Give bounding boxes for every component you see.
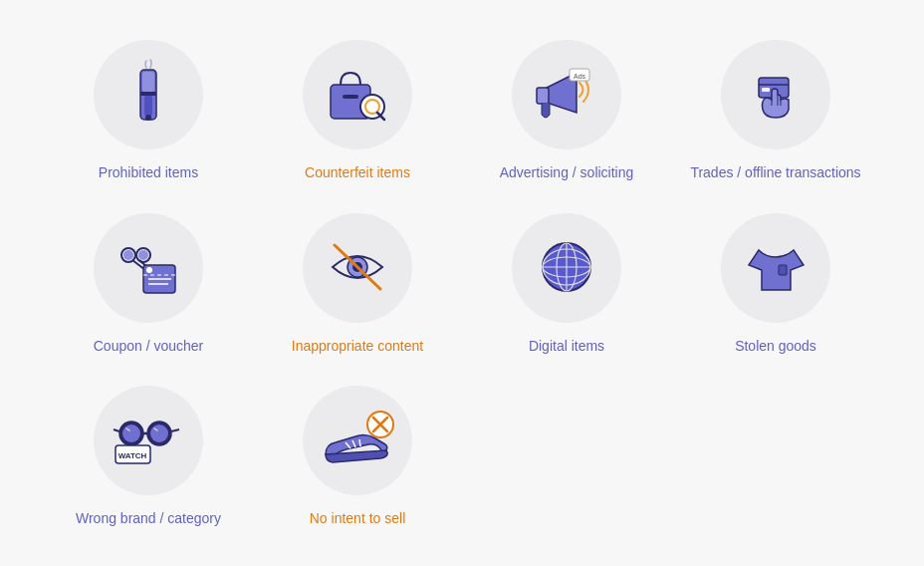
shoe-x-icon [321, 407, 395, 474]
svg-point-41 [122, 424, 140, 442]
svg-rect-1 [142, 72, 154, 92]
card-wrong-brand[interactable]: WATCH Wrong brand / category [54, 386, 243, 529]
tshirt-icon [744, 235, 808, 300]
svg-line-45 [114, 429, 119, 431]
card-label-coupon: Coupon / voucher [94, 337, 204, 357]
icon-circle-prohibited [94, 40, 203, 149]
megaphone-icon: Ads [532, 63, 601, 128]
card-no-intent[interactable]: No intent to sell [263, 386, 452, 529]
icon-circle-advertising: Ads [512, 40, 621, 149]
card-label-no-intent: No intent to sell [310, 509, 406, 529]
card-advertising[interactable]: Ads Advertising / soliciting [472, 40, 661, 183]
svg-rect-39 [779, 265, 787, 275]
icon-circle-no-intent [303, 386, 412, 495]
svg-rect-6 [343, 95, 358, 99]
hand-card-icon [741, 60, 810, 130]
card-label-prohibited: Prohibited items [99, 163, 198, 183]
icon-circle-digital [512, 213, 621, 323]
card-label-digital: Digital items [529, 337, 604, 357]
card-coupon[interactable]: Coupon / voucher [54, 213, 243, 357]
svg-line-46 [171, 429, 179, 431]
svg-line-32 [335, 245, 380, 289]
icon-circle-wrong-brand: WATCH [94, 386, 203, 495]
svg-point-29 [138, 250, 148, 260]
svg-point-28 [123, 250, 133, 260]
card-label-stolen: Stolen goods [735, 337, 816, 357]
svg-point-43 [150, 424, 168, 442]
eye-slash-icon [323, 235, 392, 300]
card-inappropriate[interactable]: Inappropriate content [263, 213, 452, 357]
scissors-coupon-icon [114, 235, 183, 300]
svg-point-25 [146, 267, 152, 273]
card-label-trades: Trades / offline transactions [690, 163, 860, 183]
card-label-counterfeit: Counterfeit items [305, 163, 410, 183]
card-stolen[interactable]: Stolen goods [681, 213, 870, 357]
icon-circle-trades [721, 40, 830, 149]
card-label-advertising: Advertising / soliciting [500, 163, 634, 183]
card-counterfeit-items[interactable]: Counterfeit items [263, 40, 452, 183]
svg-rect-3 [144, 96, 152, 116]
card-label-wrong-brand: Wrong brand / category [76, 509, 221, 529]
vape-icon [118, 60, 178, 130]
svg-rect-15 [762, 88, 770, 92]
card-prohibited-items[interactable]: Prohibited items [54, 40, 243, 183]
icon-circle-stolen [721, 213, 830, 323]
svg-rect-10 [537, 88, 549, 104]
category-grid: Prohibited items Counterfeit items [34, 20, 890, 549]
svg-text:Ads: Ads [574, 73, 586, 80]
card-label-inappropriate: Inappropriate content [292, 337, 423, 357]
svg-rect-2 [140, 92, 156, 96]
bag-search-icon [323, 63, 392, 128]
globe-icon [535, 235, 599, 300]
icon-circle-coupon [94, 213, 203, 323]
icon-circle-counterfeit [303, 40, 412, 149]
card-digital[interactable]: Digital items [472, 213, 661, 357]
svg-line-53 [359, 439, 360, 446]
svg-point-4 [145, 115, 151, 121]
card-trades[interactable]: Trades / offline transactions [681, 40, 870, 183]
svg-text:WATCH: WATCH [117, 451, 146, 460]
icon-circle-inappropriate [303, 213, 412, 323]
glasses-watch-icon: WATCH [112, 406, 186, 475]
